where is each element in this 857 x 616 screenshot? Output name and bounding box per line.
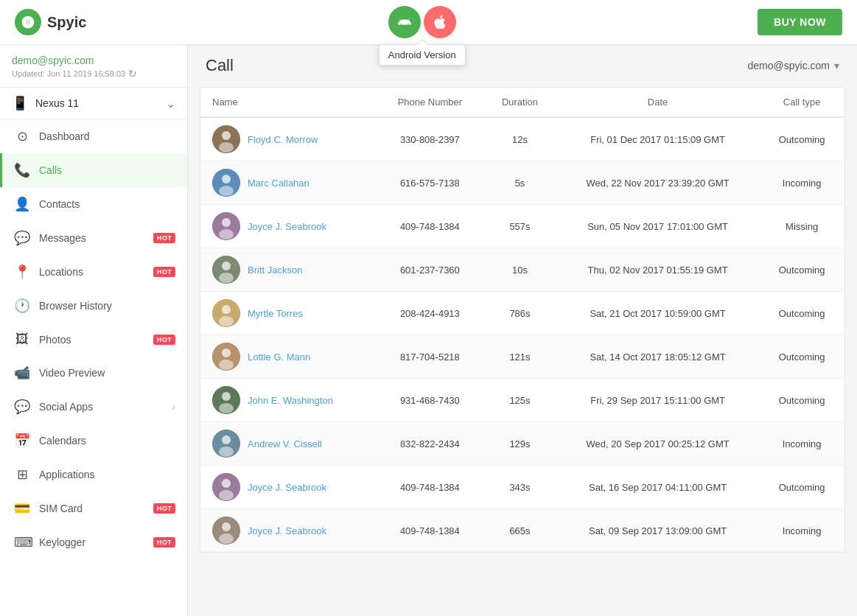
calls-nav-icon: 📞 — [14, 162, 30, 178]
content-area: Call demo@spyic.com ▾ NamePhone NumberDu… — [188, 44, 857, 616]
hot-badge-sim-card: HOT — [153, 503, 175, 514]
applications-nav-icon: ⊞ — [14, 466, 30, 483]
column-header-name: Name — [200, 88, 377, 118]
sidebar-item-browser-history[interactable]: 🕐Browser History — [0, 289, 187, 323]
logo-icon — [15, 9, 41, 35]
call-date: Sat, 09 Sep 2017 13:09:00 GMT — [556, 509, 759, 553]
platform-switcher: Android Version — [388, 6, 456, 38]
sidebar-item-sim-card[interactable]: 💳SIM CardHOT — [0, 491, 187, 525]
phone-number: 409-748-1384 — [377, 466, 483, 509]
table-row: Andrew V. Cissell832-822-2434129sWed, 20… — [200, 422, 845, 466]
logo-text: Spyic — [47, 14, 86, 31]
device-row[interactable]: 📱 Nexus 11 ⌄ — [0, 88, 187, 119]
sidebar-item-label-social-apps: Social Apps — [39, 401, 163, 413]
call-duration: 5s — [483, 161, 556, 205]
table-row: Joyce J. Seabrook409-748-1384343sSat, 16… — [200, 466, 845, 509]
android-platform-button[interactable] — [388, 6, 421, 38]
avatar — [212, 473, 240, 501]
contact-name: Joyce J. Seabrook — [248, 482, 326, 493]
sidebar-item-label-sim-card: SIM Card — [39, 503, 141, 514]
sidebar-item-social-apps[interactable]: 💬Social Apps› — [0, 390, 187, 424]
browser-history-nav-icon: 🕐 — [14, 298, 30, 314]
sidebar-item-keylogger[interactable]: ⌨KeyloggerHOT — [0, 525, 187, 559]
contact-cell: Lottie G. Mann — [200, 335, 377, 379]
avatar — [212, 169, 240, 197]
user-menu-email: demo@spyic.com — [748, 60, 830, 71]
table-container: NamePhone NumberDurationDateCall type Fl… — [188, 87, 857, 616]
column-header-phone-number: Phone Number — [377, 88, 483, 118]
svg-point-30 — [219, 533, 234, 544]
call-duration: 121s — [483, 335, 556, 379]
call-type: Incoming — [759, 161, 844, 205]
phone-number: 330-808-2397 — [377, 117, 483, 161]
svg-point-14 — [222, 305, 231, 314]
call-type: Incoming — [759, 509, 844, 553]
sidebar-item-messages[interactable]: 💬MessagesHOT — [0, 221, 187, 255]
table-header: NamePhone NumberDurationDateCall type — [200, 88, 845, 118]
page-title: Call — [206, 56, 234, 75]
contact-name: Myrtle Torres — [248, 308, 303, 319]
svg-point-6 — [219, 186, 234, 196]
contact-name: Andrew V. Cissell — [248, 438, 322, 449]
call-date: Wed, 20 Sep 2017 00:25:12 GMT — [556, 422, 759, 466]
contact-cell: Floyd C. Morrow — [200, 117, 377, 161]
phone-number: 409-748-1384 — [377, 509, 483, 553]
sim-card-nav-icon: 💳 — [14, 500, 30, 517]
contact-name: John E. Washington — [248, 395, 333, 406]
call-date: Fri, 01 Dec 2017 01:15:09 GMT — [556, 117, 759, 161]
main-layout: demo@spyic.com Updated: Jun 11 2019 16:5… — [0, 44, 857, 616]
table-row: Floyd C. Morrow330-808-239712sFri, 01 De… — [200, 117, 845, 161]
hot-badge-photos: HOT — [153, 335, 175, 345]
device-chevron-icon[interactable]: ⌄ — [166, 97, 175, 111]
avatar — [212, 212, 240, 240]
sidebar-item-calendars[interactable]: 📅Calendars — [0, 424, 187, 458]
content-header: Call demo@spyic.com ▾ — [188, 44, 857, 87]
call-date: Wed, 22 Nov 2017 23:39:20 GMT — [556, 161, 759, 205]
call-type: Incoming — [759, 422, 844, 466]
svg-point-12 — [219, 273, 234, 283]
table-row: Joyce J. Seabrook409-748-1384665sSat, 09… — [200, 509, 845, 553]
sidebar-item-dashboard[interactable]: ⊙Dashboard — [0, 119, 187, 153]
sidebar-item-video-preview[interactable]: 📹Video Preview — [0, 356, 187, 390]
sidebar-item-calls[interactable]: 📞Calls — [0, 153, 187, 187]
svg-point-21 — [219, 403, 234, 413]
call-type: Outcoming — [759, 379, 844, 422]
svg-point-18 — [219, 360, 234, 370]
buy-now-button[interactable]: BUY NOW — [758, 9, 842, 35]
device-info: 📱 Nexus 11 — [12, 95, 79, 111]
contact-cell: Joyce J. Seabrook — [200, 466, 377, 509]
device-icon: 📱 — [12, 95, 28, 111]
call-duration: 786s — [483, 292, 556, 335]
contacts-nav-icon: 👤 — [14, 196, 30, 212]
contact-cell: Britt Jackson — [200, 248, 377, 292]
ios-platform-button[interactable] — [424, 6, 456, 38]
sidebar-item-label-messages: Messages — [39, 232, 141, 244]
platform-tooltip: Android Version — [379, 44, 466, 66]
refresh-icon[interactable]: ↻ — [128, 68, 137, 80]
sidebar-item-contacts[interactable]: 👤Contacts — [0, 187, 187, 221]
logo: Spyic — [15, 9, 86, 35]
svg-point-17 — [222, 349, 231, 357]
svg-point-24 — [219, 447, 234, 457]
call-type: Outcoming — [759, 248, 844, 292]
sidebar-item-label-locations: Locations — [39, 266, 141, 278]
sidebar-item-label-calls: Calls — [39, 164, 175, 176]
table-body: Floyd C. Morrow330-808-239712sFri, 01 De… — [200, 117, 845, 553]
user-menu-chevron-icon: ▾ — [834, 60, 839, 71]
user-email: demo@spyic.com — [12, 55, 175, 66]
user-menu[interactable]: demo@spyic.com ▾ — [748, 60, 839, 71]
call-type: Outcoming — [759, 117, 844, 161]
call-duration: 343s — [483, 466, 556, 509]
sidebar-item-applications[interactable]: ⊞Applications — [0, 458, 187, 491]
sidebar-item-photos[interactable]: 🖼PhotosHOT — [0, 323, 187, 356]
hot-badge-keylogger: HOT — [153, 537, 175, 547]
table-row: John E. Washington931-468-7430125sFri, 2… — [200, 379, 845, 422]
contact-name: Joyce J. Seabrook — [248, 221, 326, 232]
svg-point-8 — [222, 218, 231, 227]
avatar — [212, 256, 240, 284]
svg-point-27 — [219, 490, 234, 500]
column-header-call-type: Call type — [759, 88, 844, 118]
svg-point-9 — [219, 229, 234, 239]
sidebar-item-label-browser-history: Browser History — [39, 300, 175, 312]
sidebar-item-locations[interactable]: 📍LocationsHOT — [0, 255, 187, 289]
